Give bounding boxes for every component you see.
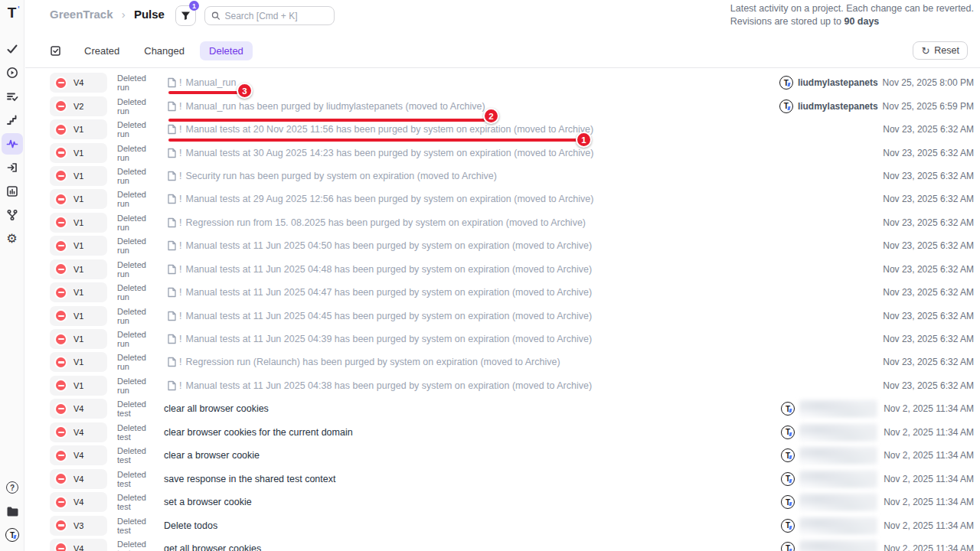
row-title[interactable]: !Manual_run xyxy=(167,77,237,88)
gear-icon: ⚙ xyxy=(6,233,17,245)
row-type-label: Deleted run xyxy=(117,144,160,162)
row-title[interactable]: !Manual tests at 11 Jun 2025 04:50 has b… xyxy=(167,240,592,251)
sidebar-item-runs[interactable] xyxy=(2,62,23,83)
version-label: V1 xyxy=(74,125,83,134)
version-badge[interactable]: V1 xyxy=(50,282,107,302)
version-badge[interactable]: V1 xyxy=(50,166,107,186)
sidebar-item-account[interactable]: T xyxy=(2,524,23,546)
sidebar-item-milestones[interactable] xyxy=(2,109,23,131)
user-avatar-icon: T xyxy=(781,425,795,439)
row-title[interactable]: save response in the shared test context xyxy=(164,474,335,484)
row-title-text: Manual_run xyxy=(185,77,236,88)
header-divider xyxy=(25,67,980,68)
reset-button[interactable]: ↻ Reset xyxy=(913,41,968,60)
timestamp: Nov 23, 2025 6:32 AM xyxy=(883,148,974,158)
row-title[interactable]: !Manual_run has been purged by liudmylas… xyxy=(167,101,485,112)
version-label: V1 xyxy=(74,334,83,344)
row-title[interactable]: !Manual tests at 29 Aug 2025 12:56 has b… xyxy=(167,194,593,204)
version-badge[interactable]: V1 xyxy=(50,143,107,163)
row-title[interactable]: clear all browser cookies xyxy=(164,403,269,414)
row-title[interactable]: !Manual tests at 11 Jun 2025 04:45 has b… xyxy=(167,311,592,321)
version-label: V4 xyxy=(74,404,83,413)
page-description-line2: Revisions are stored up to 90 days xyxy=(730,15,974,28)
version-badge[interactable]: V2 xyxy=(50,96,107,116)
version-badge[interactable]: V4 xyxy=(50,469,107,489)
file-alert-icon xyxy=(167,217,177,228)
version-badge[interactable]: V1 xyxy=(50,213,107,233)
sidebar-item-branches[interactable] xyxy=(2,204,23,226)
sidebar-item-help[interactable]: ? xyxy=(2,477,23,498)
sidebar-item-pulse[interactable] xyxy=(2,133,23,155)
timestamp: Nov 2, 2025 11:34 AM xyxy=(884,474,974,484)
version-label: V1 xyxy=(74,288,83,297)
row-type-label: Deleted run xyxy=(117,120,160,139)
version-badge[interactable]: V1 xyxy=(50,352,107,372)
row-type-label: Deleted test xyxy=(117,423,160,442)
version-badge[interactable]: V1 xyxy=(50,306,107,326)
row-title-text: Manual_run has been purged by liudmylast… xyxy=(185,101,485,112)
version-badge[interactable]: V1 xyxy=(50,119,107,139)
app-logo-icon[interactable]: T' xyxy=(2,5,23,21)
row-meta: Nov 23, 2025 6:32 AM xyxy=(883,171,974,181)
version-badge[interactable]: V1 xyxy=(50,376,107,396)
row-title-text: Manual tests at 11 Jun 2025 04:50 has be… xyxy=(185,240,592,251)
row-title[interactable]: get all browser cookies xyxy=(164,543,261,551)
timestamp: Nov 23, 2025 6:32 AM xyxy=(883,334,974,344)
version-badge[interactable]: V3 xyxy=(50,516,107,536)
tab-deleted[interactable]: Deleted xyxy=(200,41,253,60)
row-title[interactable]: !Manual tests at 11 Jun 2025 04:48 has b… xyxy=(167,264,592,275)
version-badge[interactable]: V1 xyxy=(50,329,107,349)
file-alert-icon xyxy=(167,240,177,251)
row-type-label: Deleted run xyxy=(117,353,160,371)
pulse-icon xyxy=(6,138,18,150)
annotation-number-badge: 1 xyxy=(576,132,592,148)
page-description-line1: Latest activity on a project. Each chang… xyxy=(730,2,974,15)
version-badge[interactable]: V4 xyxy=(50,422,107,442)
row-title[interactable]: !Manual tests at 11 Jun 2025 04:47 has b… xyxy=(167,287,592,298)
sidebar-item-projects[interactable] xyxy=(2,500,23,522)
alert-mark: ! xyxy=(179,240,181,251)
tab-created[interactable]: Created xyxy=(75,41,129,60)
row-type-label: Deleted run xyxy=(117,307,160,325)
sidebar-item-import[interactable] xyxy=(2,157,23,178)
row-title[interactable]: !Manual tests at 11 Jun 2025 04:38 has b… xyxy=(167,380,592,391)
sidebar-item-analytics[interactable] xyxy=(2,181,23,202)
row-title[interactable]: !Manual tests at 20 Nov 2025 11:56 has b… xyxy=(167,124,593,135)
tab-changed[interactable]: Changed xyxy=(135,41,194,60)
table-row: V1Deleted run!Security run has been purg… xyxy=(24,165,980,187)
redacted-user-name xyxy=(799,470,877,488)
version-badge[interactable]: V4 xyxy=(50,73,107,93)
annotation-underline xyxy=(168,91,239,94)
row-title[interactable]: !Regression run (Relaunch) has been purg… xyxy=(167,357,560,367)
row-title[interactable]: !Manual tests at 30 Aug 2025 14:23 has b… xyxy=(167,148,593,158)
checklist-icon[interactable] xyxy=(50,45,61,57)
minus-icon xyxy=(54,449,67,462)
version-badge[interactable]: V4 xyxy=(50,492,107,512)
row-title[interactable]: set a browser cookie xyxy=(164,497,252,507)
sidebar-item-settings[interactable]: ⚙ xyxy=(2,228,23,249)
minus-icon xyxy=(54,146,67,159)
row-title[interactable]: clear browser cookies for the current do… xyxy=(164,427,353,438)
timestamp: Nov 2, 2025 11:34 AM xyxy=(884,450,974,461)
annotation-underline xyxy=(168,119,485,122)
version-badge[interactable]: V1 xyxy=(50,189,107,209)
version-badge[interactable]: V4 xyxy=(50,399,107,419)
version-badge[interactable]: V1 xyxy=(50,236,107,256)
version-badge[interactable]: V1 xyxy=(50,259,107,279)
row-title[interactable]: !Security run has been purged by system … xyxy=(167,171,497,181)
search-bar[interactable] xyxy=(204,6,335,25)
search-input[interactable] xyxy=(225,11,328,21)
breadcrumb-project[interactable]: GreenTrack xyxy=(50,8,113,21)
row-title[interactable]: clear a browser cookie xyxy=(164,450,260,461)
row-title[interactable]: Delete todos xyxy=(164,520,217,531)
row-title[interactable]: !Manual tests at 11 Jun 2025 04:39 has b… xyxy=(167,334,592,344)
version-label: V1 xyxy=(74,381,83,390)
timestamp: Nov 2, 2025 11:34 AM xyxy=(884,520,974,531)
file-alert-icon xyxy=(167,124,177,135)
row-title[interactable]: !Regression run from 15. 08.2025 has bee… xyxy=(167,217,586,228)
version-badge[interactable]: V4 xyxy=(50,445,107,465)
version-badge[interactable]: V4 xyxy=(50,539,107,551)
version-label: V4 xyxy=(74,78,83,87)
sidebar-item-plans[interactable] xyxy=(2,86,23,107)
sidebar-item-checks[interactable] xyxy=(2,38,23,60)
